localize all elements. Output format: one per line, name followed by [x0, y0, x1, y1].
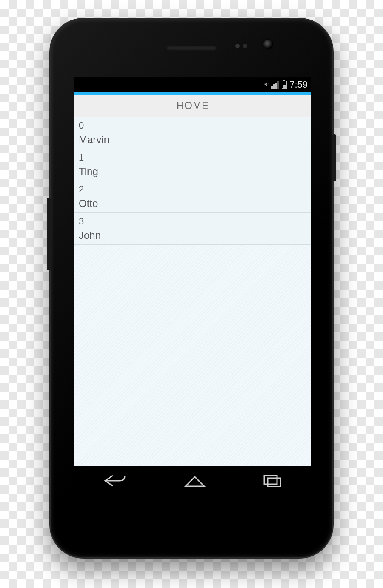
item-index: 2: [79, 183, 307, 196]
screen: 3G 7:59 HOME 0 Marvin 1 Ting 2: [74, 77, 311, 497]
signal-icon: [271, 81, 279, 89]
home-button[interactable]: [184, 474, 206, 489]
item-name: Otto: [79, 196, 307, 211]
list-item[interactable]: 1 Ting: [74, 149, 311, 181]
list-item[interactable]: 3 John: [74, 213, 311, 245]
list-item[interactable]: 2 Otto: [74, 181, 311, 213]
page-title: HOME: [74, 95, 311, 117]
item-index: 1: [79, 151, 307, 164]
item-index: 3: [79, 215, 307, 228]
sensor-icon: [235, 44, 240, 48]
recent-apps-button[interactable]: [263, 474, 283, 489]
list-item[interactable]: 0 Marvin: [74, 117, 311, 149]
item-name: Marvin: [79, 132, 307, 147]
item-index: 0: [79, 119, 307, 132]
volume-button[interactable]: [47, 198, 51, 270]
power-button[interactable]: [332, 134, 336, 181]
svg-rect-0: [264, 476, 277, 484]
front-camera-icon: [263, 40, 273, 49]
status-clock: 7:59: [289, 79, 308, 90]
back-button[interactable]: [103, 474, 127, 489]
earpiece: [166, 46, 217, 51]
svg-rect-1: [268, 478, 280, 487]
phone-frame: 3G 7:59 HOME 0 Marvin 1 Ting 2: [49, 18, 334, 559]
item-name: John: [79, 228, 307, 243]
sensor-icon: [243, 44, 247, 48]
status-bar: 3G 7:59: [74, 77, 311, 92]
battery-icon: [282, 81, 287, 89]
name-list: 0 Marvin 1 Ting 2 Otto 3 John: [74, 117, 311, 245]
item-name: Ting: [79, 164, 307, 179]
app-content: HOME 0 Marvin 1 Ting 2 Otto 3 John: [74, 95, 311, 466]
nav-bar: [74, 466, 311, 497]
network-label: 3G: [263, 82, 269, 87]
